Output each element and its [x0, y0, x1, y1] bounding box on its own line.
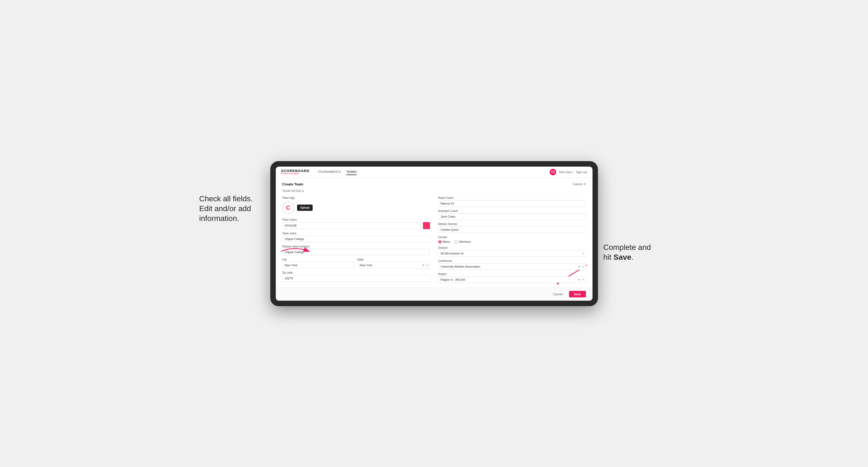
cancel-header-button[interactable]: Cancel ✕	[573, 182, 586, 186]
brand: SCOREBOARD Powered by clippd	[281, 169, 310, 175]
user-avatar: TU	[550, 169, 556, 175]
city-input[interactable]	[282, 262, 355, 269]
form-header: Create Team Cancel ✕	[282, 182, 586, 186]
state-field: State New York ✕ ▾	[357, 258, 430, 269]
upload-button[interactable]: Upload	[297, 205, 313, 211]
athletic-director-field: Athletic Director	[438, 223, 586, 233]
instruction-left: Check all fields.Edit and/or addinformat…	[199, 194, 265, 224]
city-field: City	[282, 258, 355, 269]
team-logo-field: Team logo C Upload	[282, 196, 430, 216]
tablet-screen: SCOREBOARD Powered by clippd TOURNAMENTS…	[276, 166, 592, 301]
gender-womens-text: Womens	[459, 240, 471, 243]
logo-area: C Upload	[282, 202, 430, 214]
state-select[interactable]: New York	[357, 262, 430, 269]
team-name-input[interactable]	[282, 236, 430, 242]
color-swatch[interactable]	[423, 222, 430, 229]
team-logo-label: Team logo	[282, 196, 430, 199]
gender-row: Mens Womens	[438, 240, 586, 244]
team-name-field: Team name	[282, 232, 430, 242]
form-title: Create Team	[282, 182, 303, 186]
conference-label: Conference	[438, 259, 586, 262]
form-body: Team logo C Upload Team colour	[282, 196, 586, 283]
user-initials: TU	[551, 170, 555, 174]
nav-right: TU Test User | Sign out	[550, 169, 587, 175]
state-dropdown-wrapper: New York ✕ ▾	[357, 262, 430, 269]
nav-link-teams[interactable]: TEAMS	[346, 169, 356, 175]
nav-link-tournaments[interactable]: TOURNAMENTS	[317, 169, 341, 175]
user-label: Test User |	[559, 170, 573, 174]
zip-label: Zip code	[282, 271, 430, 274]
save-button[interactable]: Save	[569, 291, 586, 298]
tablet-frame: SCOREBOARD Powered by clippd TOURNAMENTS…	[270, 161, 598, 306]
page-wrapper: Check all fields.Edit and/or addinformat…	[270, 161, 598, 306]
team-colour-input[interactable]	[282, 222, 421, 229]
city-state-field: City State New York ✕	[282, 258, 430, 269]
gender-field: Gender Mens Womens	[438, 236, 586, 244]
assistant-coach-field: Assistant Coach	[438, 210, 586, 220]
instruction-right: Complete andhit Save.	[603, 243, 669, 262]
team-colour-label: Team colour	[282, 218, 430, 221]
close-icon: ✕	[584, 182, 586, 186]
region-select[interactable]: Region II - (M) DIII	[438, 276, 586, 283]
zip-field: Zip code	[282, 271, 430, 282]
region-dropdown-wrapper: Region II - (M) DIII ✕ ▾	[438, 276, 586, 283]
team-name-label: Team name	[282, 232, 430, 235]
arrow-left-icon	[279, 243, 311, 259]
gender-mens-text: Mens	[443, 240, 450, 243]
state-clear-icon[interactable]: ✕	[422, 263, 425, 267]
nav-links: TOURNAMENTS TEAMS	[317, 169, 541, 175]
color-field-wrapper	[282, 222, 430, 229]
conference-dropdown-wrapper: University Athletic Association ✕ ▾	[438, 263, 586, 270]
logo-circle: C	[282, 202, 294, 214]
form-footer: Cancel Save	[276, 287, 592, 301]
division-dropdown-wrapper: NCAA Division III ▾	[438, 250, 586, 257]
gender-label: Gender	[438, 236, 586, 239]
division-label: Division	[438, 246, 586, 249]
sign-out-link[interactable]: Sign out	[576, 170, 587, 174]
assistant-coach-label: Assistant Coach	[438, 210, 586, 213]
head-coach-label: Head Coach	[438, 196, 586, 199]
navbar: SCOREBOARD Powered by clippd TOURNAMENTS…	[276, 166, 592, 178]
cancel-header-label: Cancel	[573, 182, 582, 186]
section-title: TEAM DETAILS	[282, 190, 586, 192]
gender-womens-label[interactable]: Womens	[454, 240, 471, 244]
gender-womens-radio[interactable]	[454, 240, 458, 244]
conference-clear-icon[interactable]: ✕	[578, 264, 581, 268]
region-clear-icon[interactable]: ✕	[578, 278, 581, 281]
division-select[interactable]: NCAA Division III	[438, 250, 586, 257]
team-colour-field: Team colour	[282, 218, 430, 229]
conference-select[interactable]: University Athletic Association	[438, 263, 586, 270]
assistant-coach-input[interactable]	[438, 213, 586, 220]
state-label: State	[357, 258, 430, 261]
athletic-director-label: Athletic Director	[438, 223, 586, 225]
gender-mens-radio[interactable]	[438, 240, 442, 244]
division-field: Division NCAA Division III ▾	[438, 246, 586, 257]
gender-mens-label[interactable]: Mens	[438, 240, 450, 244]
athletic-director-input[interactable]	[438, 226, 586, 233]
conference-field: Conference University Athletic Associati…	[438, 259, 586, 270]
form-container: Create Team Cancel ✕ TEAM DETAILS Team l…	[276, 178, 592, 287]
head-coach-input[interactable]	[438, 200, 586, 207]
form-left: Team logo C Upload Team colour	[282, 196, 430, 283]
city-state-row: City State New York ✕	[282, 258, 430, 269]
logo-letter: C	[286, 204, 290, 211]
zip-input[interactable]	[282, 275, 430, 282]
brand-sub: Powered by clippd	[281, 173, 310, 175]
head-coach-field: Head Coach	[438, 196, 586, 207]
cancel-button[interactable]: Cancel	[549, 291, 566, 298]
